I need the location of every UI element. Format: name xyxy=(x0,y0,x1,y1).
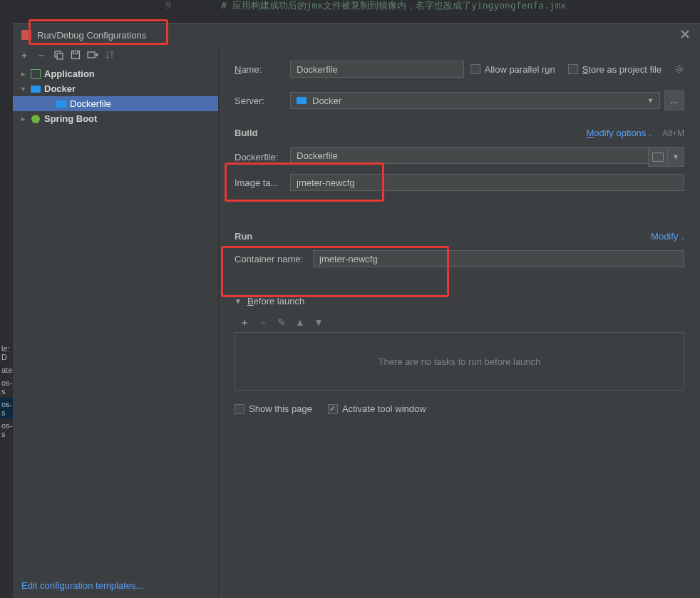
activate-tool-window-checkbox[interactable]: Activate tool window xyxy=(328,403,426,414)
checkbox-icon xyxy=(235,404,245,414)
dockerfile-label: Dockerfile: xyxy=(235,152,290,163)
server-value: Docker xyxy=(312,96,341,106)
chevron-down-icon: ▼ xyxy=(647,97,654,104)
copy-icon[interactable] xyxy=(53,49,64,61)
tree-item-docker[interactable]: ▾Docker xyxy=(13,81,218,96)
folder-move-icon[interactable] xyxy=(87,49,98,61)
editor-comment: # 应用构建成功后的jmx文件被复制到镜像内，名字也改成了yingyongfen… xyxy=(221,0,566,11)
build-title: Build xyxy=(235,128,258,138)
run-section-header: Run Modify ⌵ xyxy=(235,231,684,242)
config-tree[interactable]: ▸Application▾DockerDockerfile▸Spring Boo… xyxy=(13,66,218,573)
build-section-header: Build Modify options ⌵ Alt+M xyxy=(235,128,684,138)
svg-rect-1 xyxy=(57,53,63,59)
line-number: 9 xyxy=(165,0,171,11)
image-tag-input[interactable] xyxy=(290,174,684,191)
show-this-page-label: Show this page xyxy=(249,403,312,414)
build-modify-options-link[interactable]: Modify options ⌵ xyxy=(587,128,652,138)
docker-icon xyxy=(56,98,67,110)
dockerfile-input[interactable] xyxy=(290,147,648,164)
store-as-project-checkbox[interactable]: Store as project file xyxy=(568,64,662,75)
collapse-icon: ▼ xyxy=(235,297,242,305)
store-as-project-label: Store as project file xyxy=(582,64,662,75)
background-editor: 9 # 应用构建成功后的jmx文件被复制到镜像内，名字也改成了yingyongf… xyxy=(0,0,700,23)
background-side-panel: le: Datesos-sos-sos-s xyxy=(0,342,13,542)
tree-item-label: Dockerfile xyxy=(70,98,111,109)
sort-icon[interactable] xyxy=(104,49,115,61)
modify-shortcut: Alt+M xyxy=(662,128,684,138)
docker-icon xyxy=(30,83,41,95)
bg-panel-item: le: D xyxy=(0,342,13,364)
tree-item-label: Docker xyxy=(44,83,76,94)
svg-rect-3 xyxy=(73,51,78,54)
checkbox-icon xyxy=(328,404,338,414)
title-icon xyxy=(21,30,31,40)
container-name-input[interactable] xyxy=(313,250,684,267)
svg-point-5 xyxy=(678,68,681,71)
bl-down-icon: ▼ xyxy=(313,316,324,328)
tree-item-application[interactable]: ▸Application xyxy=(13,66,218,81)
save-icon[interactable] xyxy=(70,49,81,61)
checkbox-icon xyxy=(568,64,578,74)
spring-icon xyxy=(30,113,41,125)
bl-add-icon[interactable]: ＋ xyxy=(239,316,250,328)
before-launch-title: Before launch xyxy=(247,296,304,306)
edit-templates-link[interactable]: Edit configuration templates... xyxy=(21,580,143,591)
bl-remove-icon: － xyxy=(257,316,269,328)
allow-parallel-label: Allow parallel run xyxy=(485,64,555,75)
tree-item-label: Application xyxy=(44,68,95,79)
gear-icon[interactable] xyxy=(674,64,684,74)
docker-icon xyxy=(297,97,307,104)
bg-panel-item: os-s xyxy=(0,419,13,440)
dockerfile-browse-button[interactable] xyxy=(648,147,667,167)
bg-panel-item: os-s xyxy=(0,398,13,419)
svg-rect-4 xyxy=(88,52,95,58)
tree-item-dockerfile[interactable]: Dockerfile xyxy=(13,96,218,111)
image-tag-label: Image ta... xyxy=(235,177,290,188)
dockerfile-dropdown-button[interactable]: ▼ xyxy=(667,147,684,167)
svg-rect-2 xyxy=(72,51,80,59)
dialog-title: Run/Debug Configurations xyxy=(37,30,146,41)
bg-panel-item: ates xyxy=(0,364,13,376)
close-icon[interactable] xyxy=(680,29,690,39)
name-input[interactable] xyxy=(290,61,464,78)
dialog-titlebar: Run/Debug Configurations xyxy=(13,24,700,46)
expand-icon[interactable]: ▸ xyxy=(19,70,27,78)
run-modify-link[interactable]: Modify ⌵ xyxy=(651,231,684,242)
before-launch-placeholder: There are no tasks to run before launch xyxy=(379,356,541,367)
checkbox-icon xyxy=(470,64,480,74)
tree-item-spring-boot[interactable]: ▸Spring Boot xyxy=(13,111,218,126)
add-icon[interactable]: ＋ xyxy=(19,49,30,61)
tree-item-label: Spring Boot xyxy=(44,113,97,124)
bl-edit-icon: ✎ xyxy=(276,316,287,328)
run-debug-dialog: Run/Debug Configurations ＋ － xyxy=(13,23,700,598)
activate-tool-window-label: Activate tool window xyxy=(342,403,426,414)
expand-icon[interactable]: ▾ xyxy=(19,85,27,93)
container-name-label: Container name: xyxy=(235,254,313,264)
server-dropdown[interactable]: Docker ▼ xyxy=(290,92,660,109)
before-launch-header[interactable]: ▼ Before launch xyxy=(235,296,684,306)
server-label: Server: xyxy=(235,96,290,106)
before-launch-list[interactable]: There are no tasks to run before launch xyxy=(235,332,684,391)
before-launch-toolbar: ＋ － ✎ ▲ ▼ xyxy=(235,312,684,332)
name-label: Name: xyxy=(235,64,290,75)
server-browse-button[interactable]: ... xyxy=(664,91,684,110)
bl-up-icon: ▲ xyxy=(294,316,306,328)
allow-parallel-checkbox[interactable]: Allow parallel run xyxy=(470,64,555,75)
expand-icon[interactable]: ▸ xyxy=(19,115,27,123)
left-toolbar: ＋ － xyxy=(13,46,218,66)
remove-icon[interactable]: － xyxy=(36,49,47,61)
config-form: Name: Allow parallel run Store as projec… xyxy=(219,46,700,598)
configurations-panel: ＋ － ▸Application▾DockerDockerfile▸Spring… xyxy=(13,46,219,598)
run-title: Run xyxy=(235,231,252,242)
bg-panel-item: os-s xyxy=(0,376,13,398)
folder-icon xyxy=(652,153,664,162)
application-icon xyxy=(30,68,41,80)
show-this-page-checkbox[interactable]: Show this page xyxy=(235,403,312,414)
